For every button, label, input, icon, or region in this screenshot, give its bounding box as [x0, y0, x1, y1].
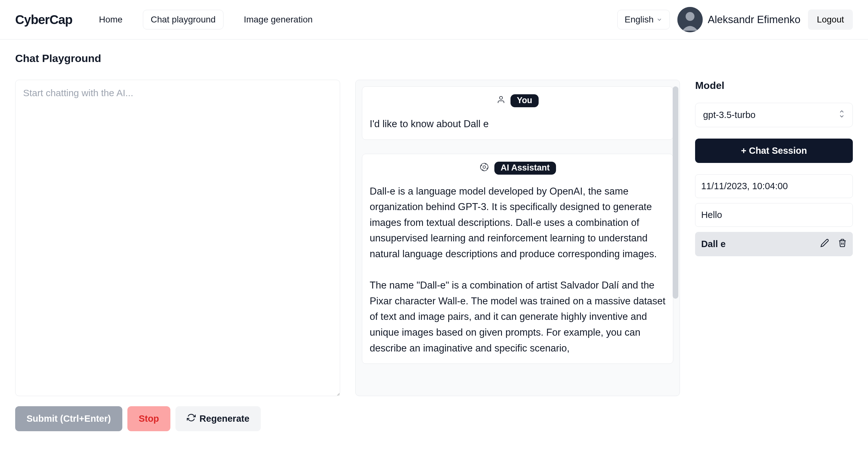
trash-icon[interactable]: [838, 238, 847, 250]
stop-button[interactable]: Stop: [127, 406, 170, 431]
brand-logo[interactable]: CyberCap: [15, 13, 72, 27]
nav-home[interactable]: Home: [91, 10, 130, 29]
chevron-down-icon: [656, 17, 662, 23]
ai-icon: [479, 162, 489, 174]
message-card-assistant: AI Assistant Dall-e is a language model …: [362, 154, 674, 364]
nav-chat-playground[interactable]: Chat playground: [143, 10, 223, 29]
edit-icon[interactable]: [820, 238, 829, 250]
action-buttons: Submit (Ctrl+Enter) Stop Regenerate: [15, 406, 340, 431]
message-header: AI Assistant: [370, 162, 666, 175]
model-label: Model: [695, 80, 853, 91]
model-select[interactable]: gpt-3.5-turbo: [695, 103, 853, 127]
nav-image-generation[interactable]: Image generation: [236, 10, 320, 29]
session-item[interactable]: 11/11/2023, 10:04:00: [695, 174, 853, 198]
header-right: English Aleksandr Efimenko Logout: [617, 7, 853, 32]
role-badge-ai: AI Assistant: [494, 162, 556, 175]
message-header: You: [370, 94, 666, 107]
username: Aleksandr Efimenko: [708, 13, 800, 26]
session-item[interactable]: Hello: [695, 203, 853, 227]
logout-button[interactable]: Logout: [808, 9, 853, 30]
chat-messages-panel: You I'd like to know about Dall e AI Ass…: [355, 80, 680, 396]
user-block[interactable]: Aleksandr Efimenko: [677, 7, 800, 32]
message-card-user: You I'd like to know about Dall e: [362, 86, 674, 140]
role-badge-you: You: [510, 94, 539, 107]
svg-point-2: [499, 96, 502, 99]
header-left: CyberCap Home Chat playground Image gene…: [15, 10, 320, 29]
refresh-icon: [187, 413, 196, 424]
scrollbar[interactable]: [671, 86, 678, 390]
session-title: 11/11/2023, 10:04:00: [701, 181, 788, 192]
header: CyberCap Home Chat playground Image gene…: [0, 0, 868, 39]
session-title: Hello: [701, 210, 722, 220]
svg-point-4: [483, 166, 486, 168]
session-actions: [820, 238, 847, 250]
session-item-active[interactable]: Dall e: [695, 232, 853, 256]
main-nav: Home Chat playground Image generation: [91, 10, 320, 29]
message-content: Dall-e is a language model developed by …: [370, 183, 666, 356]
submit-button[interactable]: Submit (Ctrl+Enter): [15, 406, 122, 431]
regenerate-label: Regenerate: [199, 413, 249, 424]
svg-point-1: [686, 12, 694, 21]
main-content: Chat Playground Submit (Ctrl+Enter) Stop…: [0, 39, 868, 444]
message-content: I'd like to know about Dall e: [370, 116, 666, 132]
content-grid: Submit (Ctrl+Enter) Stop Regenerate: [15, 80, 853, 431]
scrollbar-thumb[interactable]: [673, 86, 678, 299]
language-value: English: [625, 15, 654, 25]
language-select[interactable]: English: [617, 10, 670, 29]
sidebar: Model gpt-3.5-turbo + Chat Session 11/11…: [695, 80, 853, 431]
regenerate-button[interactable]: Regenerate: [176, 406, 261, 431]
select-updown-icon: [839, 110, 845, 120]
session-title: Dall e: [701, 239, 725, 249]
svg-point-3: [480, 163, 488, 171]
user-icon: [497, 95, 505, 106]
model-value: gpt-3.5-turbo: [703, 110, 755, 120]
avatar: [677, 7, 703, 32]
page-title: Chat Playground: [15, 52, 853, 64]
chat-input-column: Submit (Ctrl+Enter) Stop Regenerate: [15, 80, 340, 431]
session-list: 11/11/2023, 10:04:00 Hello Dall e: [695, 174, 853, 256]
new-chat-session-button[interactable]: + Chat Session: [695, 139, 853, 163]
chat-input[interactable]: [15, 80, 340, 396]
